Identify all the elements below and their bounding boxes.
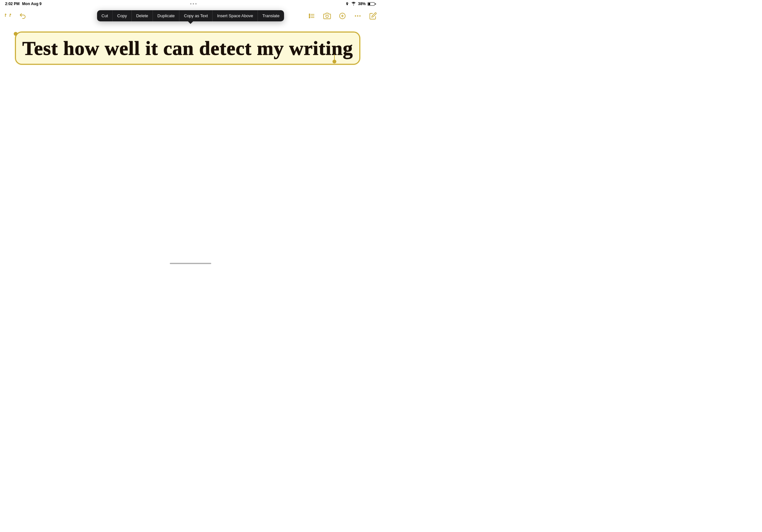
lasso-tool-button[interactable] [3,11,13,21]
wifi-icon [351,2,356,6]
markup-button[interactable] [338,11,347,21]
time: 2:02 PM [5,2,20,6]
selection-handle-left[interactable] [14,32,18,36]
undo-button[interactable] [18,11,28,21]
handwriting-container: Test how well it can detect my writing [16,33,365,64]
translate-menu-item[interactable]: Translate [258,10,284,21]
insert-space-above-menu-item[interactable]: Insert Space Above [212,10,258,21]
delete-menu-item[interactable]: Delete [132,10,153,21]
home-indicator [170,263,211,264]
context-menu: Cut Copy Delete Duplicate Copy as Text I… [97,10,284,21]
more-options-button[interactable] [353,11,362,21]
location-icon [345,2,349,6]
handwriting-text: Test how well it can detect my writing [16,33,359,64]
status-right: 38% [345,2,376,6]
battery-percent: 38% [358,2,366,6]
svg-point-6 [326,15,328,18]
svg-point-0 [309,14,310,15]
battery-icon [368,2,376,6]
selection-handle-right[interactable] [333,60,336,63]
new-note-button[interactable] [368,11,378,21]
date: Mon Aug 9 [22,2,41,6]
list-tool-button[interactable] [307,11,317,21]
cut-menu-item[interactable]: Cut [97,10,113,21]
copy-as-text-menu-item[interactable]: Copy as Text [179,10,212,21]
status-center [190,3,196,4]
svg-point-2 [309,16,310,17]
copy-menu-item[interactable]: Copy [113,10,131,21]
toolbar-right [307,11,378,21]
toolbar-left [3,11,28,21]
status-bar: 2:02 PM Mon Aug 9 38% [0,0,381,8]
duplicate-menu-item[interactable]: Duplicate [153,10,179,21]
status-left: 2:02 PM Mon Aug 9 [5,2,41,6]
canvas-area[interactable]: Test how well it can detect my writing [0,23,381,256]
svg-point-4 [309,17,310,18]
camera-button[interactable] [322,11,332,21]
